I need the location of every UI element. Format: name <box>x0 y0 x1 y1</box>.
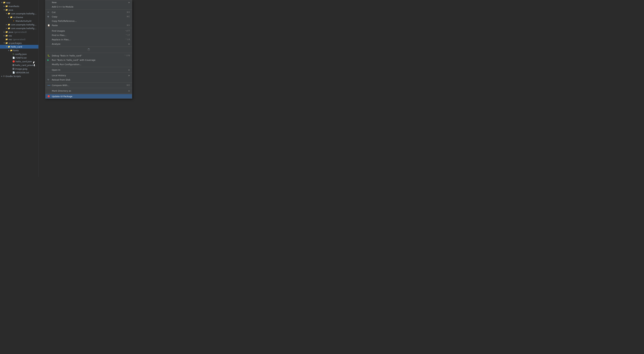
folder-icon: 📁 <box>3 1 6 4</box>
tree-item-fonts-txt[interactable]: 📄 FONTS.txt <box>0 56 38 60</box>
replace-files-shortcut: ⌃⇧R <box>125 38 130 41</box>
tree-item-hello-card-preview[interactable]: 🖼 hello_card_preview.png <box>0 63 38 67</box>
separator-4 <box>46 53 132 53</box>
tree-item-config-json[interactable]: ⚙ config.json <box>0 52 38 56</box>
tree-item-java-generated[interactable]: ▶ 📁 java (generated) <box>0 30 38 34</box>
expand-arrow: ▼ <box>5 13 8 14</box>
tree-item-manifests[interactable]: ▶ 📁 manifests <box>0 4 38 8</box>
menu-label-local-history: Local History <box>52 74 127 77</box>
menu-label-update-ui: Update UI Package <box>52 95 130 98</box>
expand-arrow: ▶ <box>8 16 10 18</box>
menu-item-mark-directory[interactable]: Mark Directory as ▶ <box>46 89 132 93</box>
menu-label-reload: Reload from Disk <box>52 79 130 81</box>
separator-3 <box>46 46 132 47</box>
menu-item-find-usages[interactable]: Find Usages ⌥F7 <box>46 29 132 33</box>
separator-6 <box>46 72 132 73</box>
update-icon: 🔴 <box>48 95 51 97</box>
menu-item-coverage[interactable]: ▶ Run 'Tests in 'hello_card'' with Cover… <box>46 58 132 62</box>
tree-label: app <box>6 1 10 4</box>
tree-item-ui-theme[interactable]: ▶ 📁 ui.theme <box>0 15 38 19</box>
file-icon: 🔸 <box>12 20 15 22</box>
menu-label-compare: Compare With... <box>52 84 126 87</box>
folder-icon: 📁 <box>8 27 10 29</box>
find-usages-shortcut: ⌥F7 <box>125 30 130 32</box>
menu-label-find-files: Find in Files... <box>52 34 126 36</box>
menu-item-update-ui[interactable]: 🔴 Update UI Package <box>46 94 132 98</box>
tree-item-gradle[interactable]: ▶ ⚙ Gradle Scripts <box>0 74 38 78</box>
menu-item-modify-run[interactable]: Modify Run Configuration... <box>46 62 132 66</box>
menu-item-new[interactable]: New ▶ <box>46 0 132 4</box>
menu-item-copy-path[interactable]: Copy Path/Reference... <box>46 19 132 23</box>
submenu-arrow-icon: ▶ <box>129 90 130 92</box>
tree-item-hello-card-json[interactable]: 🔴 hello_card.json <box>0 60 38 63</box>
tree-label: MainActivity.kt <box>16 20 32 22</box>
menu-label-copy: Copy <box>52 15 126 18</box>
file-icon: 🔴 <box>12 60 15 63</box>
tree-item-hello-card[interactable]: ▼ 📁 hello_card <box>0 45 38 49</box>
folder-icon: 📁 <box>8 45 10 48</box>
cut-shortcut: ⌘X <box>126 11 130 13</box>
expand-arrow: ▶ <box>5 27 8 29</box>
menu-item-replace-files[interactable]: Replace in Files... ⌃⇧R <box>46 37 132 42</box>
tree-item-version-txt[interactable]: 📄 VERSION.txt <box>0 71 38 74</box>
tree-label: ui.theme <box>13 16 23 18</box>
menu-label-coverage: Run 'Tests in 'hello_card'' with Coverag… <box>52 59 130 61</box>
menu-item-add-cpp[interactable]: Add C++ to Module <box>46 4 132 9</box>
expand-arrow: ▶ <box>3 35 5 36</box>
file-icon: 🖼 <box>12 68 14 70</box>
menu-item-compare[interactable]: ⟺ Compare With... ⌘D <box>46 83 132 87</box>
tree-item-app[interactable]: ▼ 📁 app <box>0 1 38 4</box>
tree-item-java[interactable]: ▼ 📁 java <box>0 8 38 12</box>
menu-label-modify-run: Modify Run Configuration... <box>52 63 130 66</box>
tree-label: config.json <box>15 53 27 55</box>
separator-8 <box>46 88 132 88</box>
folder-icon: 📁 <box>5 9 8 11</box>
file-icon: 📄 <box>12 71 15 74</box>
tree-label: VERSION.txt <box>16 71 29 74</box>
tree-label: hello_card.json <box>16 60 32 63</box>
menu-item-copy[interactable]: ⧉ Copy ⌘C <box>46 14 132 19</box>
separator-2 <box>46 28 132 28</box>
menu-label-find-usages: Find Usages <box>52 30 125 32</box>
separator-5 <box>46 67 132 67</box>
file-icon: ⚙ <box>12 53 14 55</box>
tree-label: com.example.hellofigma (androidTe <box>11 23 37 26</box>
menu-item-local-history[interactable]: Local History ▶ <box>46 73 132 78</box>
tree-label: java (generated) <box>8 31 27 33</box>
tree-label: ui-packages <box>8 42 22 44</box>
expand-arrow: ▼ <box>3 42 5 44</box>
menu-item-reload[interactable]: ↻ Reload from Disk <box>46 78 132 82</box>
menu-item-find-files[interactable]: Find in Files... ⌃⇧F <box>46 33 132 37</box>
tree-label: image.jpeg <box>15 68 27 70</box>
compare-shortcut: ⌘D <box>126 84 130 86</box>
expand-arrow: ▶ <box>1 75 3 77</box>
copy-shortcut: ⌘C <box>126 15 130 18</box>
tree-label: hello_card_preview.png <box>15 64 37 66</box>
menu-label-new: New <box>52 1 127 4</box>
gradle-icon: ⚙ <box>3 75 5 77</box>
tree-item-com-hellofigma[interactable]: ▼ 📁 com.example.hellofigma <box>0 12 38 15</box>
tree-label: FONTS.txt <box>16 57 27 59</box>
submenu-arrow-icon: ▶ <box>129 69 130 71</box>
menu-label-paste: Paste <box>52 24 126 27</box>
file-icon: 📄 <box>12 57 15 59</box>
menu-item-cut[interactable]: ✂ Cut ⌘X <box>46 10 132 14</box>
context-menu: New ▶ Add C++ to Module ✂ Cut ⌘X ⧉ Copy … <box>45 0 132 99</box>
tree-item-fonts[interactable]: ▶ 📁 fonts <box>0 49 38 52</box>
expand-arrow: ▼ <box>3 9 5 11</box>
menu-item-paste[interactable]: 📋 Paste ⌘V <box>46 23 132 27</box>
menu-item-open-in[interactable]: Open In ▶ <box>46 68 132 72</box>
tree-item-androidtest[interactable]: ▶ 📁 com.example.hellofigma (androidTe <box>0 23 38 26</box>
tree-item-ui-packages[interactable]: ▼ 📁 ui-packages <box>0 41 38 45</box>
menu-label-copy-path: Copy Path/Reference... <box>52 20 130 22</box>
tree-item-res-generated[interactable]: 📁 res (generated) <box>0 37 38 41</box>
menu-label-analyze: Analyze <box>52 43 127 45</box>
menu-item-analyze[interactable]: Analyze ▶ <box>46 42 132 46</box>
tree-item-test[interactable]: ▶ 📁 com.example.hellofigma (test) <box>0 26 38 30</box>
file-tree-panel[interactable]: ▼ 📁 app ▶ 📁 manifests ▼ 📁 java ▼ 📁 com.e… <box>0 0 38 177</box>
menu-item-debug[interactable]: 🐛 Debug 'Tests in 'hello_card'' ⌃⇧F9 <box>46 53 132 58</box>
tree-item-mainactivity[interactable]: 🔸 MainActivity.kt <box>0 19 38 23</box>
tree-item-image-jpeg[interactable]: 🖼 image.jpeg <box>0 67 38 71</box>
paste-icon: 📋 <box>48 24 51 26</box>
tree-item-res[interactable]: ▶ 📁 res <box>0 34 38 37</box>
